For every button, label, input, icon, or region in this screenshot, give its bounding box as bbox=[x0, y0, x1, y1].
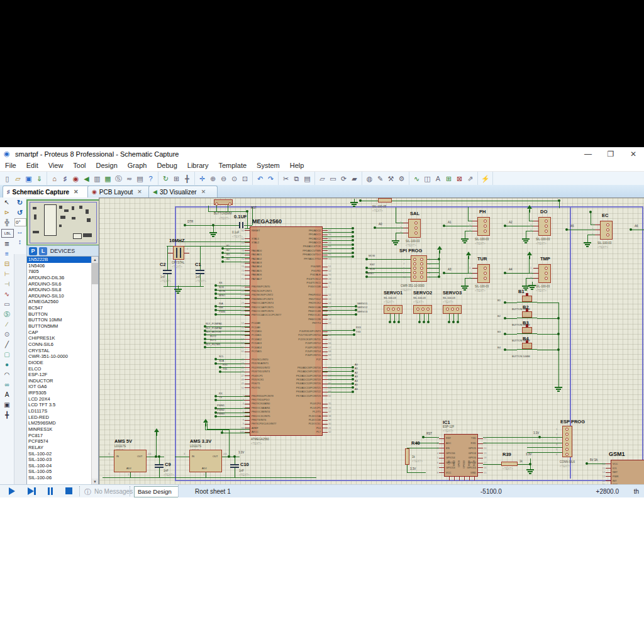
tab-schematic-capture[interactable]: ♯Schematic Capture✕ bbox=[3, 186, 93, 197]
text-script-mode-icon[interactable]: ≣ bbox=[1, 239, 13, 249]
box-2d-icon[interactable]: ▢ bbox=[1, 350, 13, 360]
cut-button[interactable]: ✂ bbox=[280, 174, 291, 184]
wire[interactable] bbox=[505, 303, 517, 303]
device-item[interactable]: CWR-351-10-0000 bbox=[27, 353, 98, 360]
device-item[interactable]: LED-RED bbox=[27, 414, 98, 421]
device-item[interactable]: DIODE bbox=[27, 360, 98, 366]
current-probe-mode-icon[interactable]: ⊙ bbox=[1, 330, 13, 340]
play-button[interactable] bbox=[9, 487, 15, 495]
device-item[interactable]: BUTTON 10MM bbox=[27, 317, 98, 323]
devices-list[interactable]: 1N5222B1N54067805ARDUINO-DIL36ARDUINO-SI… bbox=[26, 256, 99, 486]
device-pins-mode-icon[interactable]: ⊣ bbox=[1, 279, 13, 289]
wire[interactable] bbox=[537, 303, 558, 303]
device-item[interactable]: SIL-100-06 bbox=[27, 475, 98, 481]
device-item[interactable]: 7805 bbox=[27, 269, 98, 275]
device-item[interactable]: SIL-100-05 bbox=[27, 469, 98, 475]
scroll-up-arrow[interactable]: ▲ bbox=[92, 257, 98, 263]
wire[interactable] bbox=[323, 236, 353, 237]
property-edit-button[interactable]: A bbox=[433, 174, 443, 184]
symbol-2d-icon[interactable]: ▣ bbox=[1, 400, 13, 410]
device-item[interactable]: CONN-SIL6 bbox=[27, 341, 98, 348]
text-2d-icon[interactable]: A bbox=[1, 390, 13, 400]
wire[interactable] bbox=[229, 430, 230, 457]
step-button[interactable] bbox=[28, 487, 36, 495]
save-file-button[interactable]: ▣ bbox=[23, 174, 34, 184]
wire[interactable] bbox=[558, 303, 559, 387]
wire[interactable] bbox=[205, 430, 229, 430]
wire[interactable] bbox=[323, 228, 353, 229]
redo-button[interactable]: ↷ bbox=[265, 174, 276, 184]
menu-graph[interactable]: Graph bbox=[123, 161, 152, 170]
wire[interactable] bbox=[323, 240, 353, 241]
wire[interactable] bbox=[468, 207, 469, 221]
menu-file[interactable]: File bbox=[0, 161, 21, 170]
wire[interactable] bbox=[323, 248, 353, 249]
arc-2d-icon[interactable]: ◠ bbox=[1, 370, 13, 380]
open-file-button[interactable]: ▱ bbox=[13, 174, 23, 184]
wire[interactable] bbox=[444, 273, 472, 274]
rotation-angle-field[interactable]: 0° bbox=[14, 218, 26, 226]
voltage-probe-mode-icon[interactable]: ∕ bbox=[1, 319, 13, 330]
device-item[interactable]: PC817 bbox=[27, 433, 98, 439]
subcircuit-mode-icon[interactable]: ⊟ bbox=[1, 259, 13, 269]
wire[interactable] bbox=[505, 226, 533, 226]
selection-mode-icon[interactable]: ↖ bbox=[1, 197, 13, 208]
push-button[interactable] bbox=[522, 296, 532, 302]
pcb-layout-button[interactable]: ◉ bbox=[70, 174, 81, 184]
line-2d-icon[interactable]: ╱ bbox=[1, 340, 13, 350]
wire[interactable] bbox=[483, 443, 562, 443]
device-item[interactable]: LD1117S bbox=[27, 408, 98, 414]
source-code-button[interactable]: Ⓢ bbox=[113, 174, 124, 184]
zoom-area-button[interactable]: ⊡ bbox=[240, 174, 250, 184]
wire[interactable] bbox=[99, 457, 114, 457]
overview-window[interactable] bbox=[26, 199, 100, 246]
device-item[interactable]: IOT GA6 bbox=[27, 384, 98, 390]
device-item[interactable]: INDUCTOR bbox=[27, 378, 98, 384]
circle-2d-icon[interactable]: ● bbox=[1, 360, 13, 370]
wire[interactable] bbox=[526, 231, 533, 231]
wire[interactable] bbox=[222, 457, 240, 457]
zoom-in-button[interactable]: ⊕ bbox=[208, 174, 218, 184]
home-button[interactable]: ⌂ bbox=[49, 174, 60, 184]
terminals-mode-icon[interactable]: ⊢ bbox=[1, 269, 13, 279]
device-item[interactable]: ATMEGA2560 bbox=[27, 299, 98, 305]
zoom-out-button[interactable]: ⊖ bbox=[218, 174, 229, 184]
wire[interactable] bbox=[216, 416, 250, 417]
device-item[interactable]: ARDUINO-DIL36 bbox=[27, 275, 98, 281]
devices-scrollbar[interactable]: ▲ ▼ bbox=[91, 257, 98, 485]
3d-visualizer-button[interactable]: ◀ bbox=[81, 174, 92, 184]
pan-button[interactable]: ✛ bbox=[197, 174, 208, 184]
block-copy-button[interactable]: ▱ bbox=[317, 174, 328, 184]
wire[interactable] bbox=[631, 230, 644, 230]
block-rotate-button[interactable]: ⟳ bbox=[338, 174, 349, 184]
push-button[interactable] bbox=[522, 311, 532, 318]
wire[interactable] bbox=[396, 223, 403, 223]
wire[interactable] bbox=[439, 250, 440, 277]
toggle-grid-button[interactable]: ⊞ bbox=[171, 174, 182, 184]
device-item[interactable]: ARDUINO-SIL6 bbox=[27, 281, 98, 287]
stop-button[interactable] bbox=[65, 487, 72, 494]
device-item[interactable]: BC547 bbox=[27, 305, 98, 311]
cleanup-button[interactable]: ⚙ bbox=[396, 174, 407, 184]
device-item[interactable]: ARDUINO-SIL8 bbox=[27, 287, 98, 293]
tab-close-icon[interactable]: ✕ bbox=[137, 189, 142, 195]
wire[interactable] bbox=[323, 253, 353, 253]
wire[interactable] bbox=[591, 212, 591, 225]
graph-mode-icon[interactable]: ∿ bbox=[1, 289, 13, 299]
device-item[interactable]: LCD TFT 3.5 bbox=[27, 402, 98, 408]
false-origin-button[interactable]: ╋ bbox=[182, 174, 192, 184]
wire[interactable] bbox=[175, 457, 189, 457]
wire[interactable] bbox=[587, 235, 595, 235]
wire[interactable] bbox=[537, 318, 558, 319]
schematic-capture-button[interactable]: ♯ bbox=[60, 174, 70, 184]
design-explorer-button[interactable]: ▦ bbox=[103, 174, 113, 184]
buses-mode-icon[interactable]: ≡ bbox=[1, 249, 13, 259]
mirror-horizontal-button[interactable]: ↔ bbox=[14, 227, 25, 236]
device-item[interactable]: CAP bbox=[27, 330, 98, 336]
tab-close-icon[interactable]: ✕ bbox=[201, 189, 206, 195]
menu-help[interactable]: Help bbox=[285, 161, 309, 170]
library-browse-button[interactable]: ▥ bbox=[92, 174, 103, 184]
wire[interactable] bbox=[537, 350, 558, 350]
device-item[interactable]: IRF5305 bbox=[27, 390, 98, 396]
device-item[interactable]: LCD 20X4 bbox=[27, 396, 98, 402]
